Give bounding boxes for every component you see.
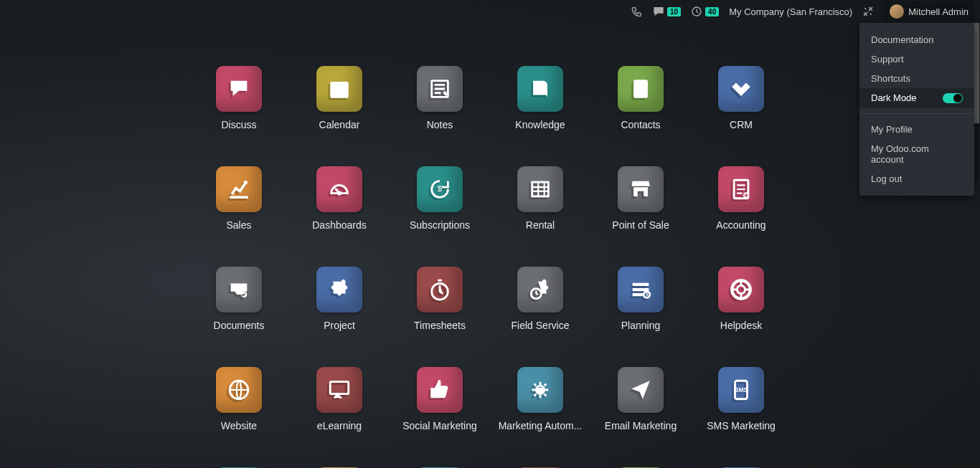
app-label: Contacts — [621, 119, 660, 130]
dark-mode-toggle[interactable] — [943, 93, 963, 103]
app-timesheets[interactable]: Timesheets — [390, 267, 490, 331]
menu-shortcuts[interactable]: Shortcuts — [859, 69, 974, 88]
app-label: Documents — [214, 320, 265, 331]
store-icon — [618, 166, 664, 212]
svg-text:$: $ — [438, 184, 443, 193]
svg-rect-2 — [330, 82, 349, 86]
svg-text:SMS: SMS — [735, 386, 748, 393]
app-label: Point of Sale — [612, 219, 669, 231]
menu-separator — [859, 113, 974, 114]
app-notes[interactable]: Notes — [390, 66, 490, 130]
sms-icon: SMS — [718, 367, 764, 413]
app-subscriptions[interactable]: $Subscriptions — [390, 166, 490, 231]
dark-mode-label: Dark Mode — [871, 92, 917, 103]
refresh-icon: $ — [417, 166, 463, 212]
app-label: Marketing Autom... — [499, 420, 583, 431]
user-name: Mitchell Admin — [908, 6, 969, 17]
svg-rect-10 — [532, 182, 549, 196]
user-menu-button[interactable]: Mitchell Admin — [884, 1, 974, 22]
activities-badge: 40 — [705, 7, 719, 16]
svg-rect-20 — [330, 382, 349, 394]
app-planning[interactable]: Planning — [590, 267, 691, 331]
app-accounting[interactable]: Accounting — [691, 166, 791, 231]
globe-icon — [216, 367, 262, 413]
company-name: My Company (San Francisco) — [729, 6, 852, 17]
app-sales[interactable]: Sales — [189, 166, 289, 231]
menu-my-profile[interactable]: My Profile — [859, 120, 974, 139]
svg-rect-4 — [339, 90, 341, 92]
app-contacts[interactable]: Contacts — [590, 66, 691, 130]
menu-my-odoo[interactable]: My Odoo.com account — [859, 139, 974, 169]
puzzle-icon — [316, 267, 362, 312]
app-discuss[interactable]: Discuss — [189, 66, 289, 130]
app-label: eLearning — [317, 420, 362, 431]
app-label: Calendar — [319, 119, 360, 130]
app-website[interactable]: Website — [189, 367, 289, 431]
app-dashboards[interactable]: Dashboards — [289, 166, 390, 231]
app-label: SMS Marketing — [707, 420, 776, 431]
app-project[interactable]: Project — [289, 267, 390, 331]
menu-log-out[interactable]: Log out — [859, 169, 974, 188]
app-calendar[interactable]: Calendar — [289, 66, 390, 130]
app-label: Website — [221, 420, 257, 431]
app-marketing-autom-[interactable]: Marketing Autom... — [490, 367, 590, 431]
app-sms-marketing[interactable]: SMSSMS Marketing — [691, 367, 791, 431]
messages-button[interactable]: 10 — [653, 6, 681, 17]
app-label: Helpdesk — [720, 320, 762, 331]
avatar — [890, 4, 904, 19]
app-rental[interactable]: Rental — [490, 166, 590, 231]
app-point-of-sale[interactable]: Point of Sale — [590, 166, 691, 231]
app-label: Subscriptions — [410, 219, 470, 231]
gearenv-icon — [517, 367, 563, 413]
menu-support[interactable]: Support — [859, 49, 974, 69]
planning-icon — [618, 267, 664, 312]
topbar: 10 40 My Company (San Francisco) Mitchel… — [0, 0, 980, 23]
stopwatch-icon — [417, 267, 463, 312]
svg-point-7 — [639, 84, 643, 88]
svg-point-18 — [737, 285, 745, 293]
contact-icon — [618, 66, 664, 112]
app-label: Discuss — [221, 119, 256, 130]
book-icon — [517, 66, 563, 112]
inbox-icon — [216, 267, 262, 312]
app-label: Social Marketing — [402, 420, 477, 431]
svg-rect-3 — [334, 90, 337, 92]
app-elearning[interactable]: eLearning — [289, 367, 390, 431]
send-icon — [618, 367, 664, 413]
user-dropdown: Documentation Support Shortcuts Dark Mod… — [859, 23, 974, 196]
chart-icon — [216, 166, 262, 212]
chat-icon — [216, 66, 262, 112]
app-label: Dashboards — [312, 219, 367, 231]
app-documents[interactable]: Documents — [189, 267, 289, 331]
app-label: Project — [324, 320, 355, 331]
company-selector[interactable]: My Company (San Francisco) — [729, 6, 852, 17]
app-label: Notes — [427, 119, 453, 130]
menu-dark-mode[interactable]: Dark Mode — [859, 88, 974, 108]
app-label: Planning — [621, 320, 661, 331]
svg-rect-23 — [536, 388, 544, 393]
gauge-icon — [316, 166, 362, 212]
app-grid: DiscussCalendarNotesKnowledgeContactsCRM… — [0, 23, 980, 468]
app-label: Sales — [226, 219, 251, 231]
menu-documentation[interactable]: Documentation — [859, 30, 974, 49]
app-helpdesk[interactable]: Helpdesk — [691, 267, 791, 331]
table-icon — [517, 166, 563, 212]
app-label: Timesheets — [414, 320, 466, 331]
app-crm[interactable]: CRM — [691, 66, 791, 130]
app-label: Field Service — [512, 320, 570, 331]
handshake-icon — [718, 66, 764, 112]
settings-icon[interactable] — [862, 6, 874, 17]
board-icon — [316, 367, 362, 413]
activities-button[interactable]: 40 — [691, 6, 719, 17]
lifering-icon — [718, 267, 764, 312]
messages-badge: 10 — [667, 7, 681, 16]
invoice-icon — [718, 166, 764, 212]
app-email-marketing[interactable]: Email Marketing — [590, 367, 691, 431]
phone-icon[interactable] — [631, 6, 643, 17]
app-social-marketing[interactable]: Social Marketing — [390, 367, 490, 431]
note-icon — [417, 66, 463, 112]
app-label: Accounting — [716, 219, 765, 231]
app-knowledge[interactable]: Knowledge — [490, 66, 590, 130]
app-field-service[interactable]: Field Service — [490, 267, 590, 331]
thumbsup-icon — [417, 367, 463, 413]
